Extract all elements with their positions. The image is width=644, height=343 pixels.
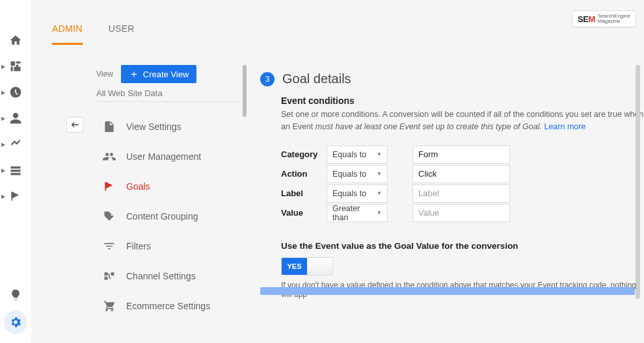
- customization-icon[interactable]: ▶: [0, 53, 31, 79]
- condition-table: Category Equals to▼ Action Equals to▼ La…: [281, 145, 644, 223]
- menu-label: View Settings: [126, 121, 181, 132]
- expand-caret-icon: ▶: [1, 194, 5, 199]
- discover-icon[interactable]: [0, 282, 31, 308]
- goal-details-panel: 3 Goal details Event conditions Set one …: [260, 71, 644, 299]
- condition-operator-select[interactable]: Greater than▼: [327, 204, 388, 222]
- admin-gear-icon[interactable]: [4, 311, 27, 334]
- condition-operator-select[interactable]: Equals to▼: [327, 146, 388, 164]
- menu-content-grouping[interactable]: Content Grouping: [103, 201, 239, 231]
- learn-more-link[interactable]: Learn more: [544, 122, 585, 131]
- conversions-icon[interactable]: ▶: [0, 183, 31, 209]
- condition-value-input[interactable]: [412, 146, 510, 164]
- realtime-icon[interactable]: ▶: [0, 79, 31, 105]
- toggle-yes-label: YES: [282, 258, 307, 275]
- expand-caret-icon: ▶: [1, 90, 5, 95]
- event-conditions-heading: Event conditions: [281, 95, 644, 106]
- sem-badge: SEM SearchEngineMagazine: [572, 10, 636, 27]
- use-event-value-heading: Use the Event value as the Goal Value fo…: [281, 241, 644, 251]
- menu-ecommerce-settings[interactable]: Ecommerce Settings: [103, 291, 239, 321]
- condition-value-input[interactable]: [412, 204, 510, 222]
- acquisition-icon[interactable]: ▶: [0, 131, 31, 157]
- menu-label: Ecommerce Settings: [126, 301, 210, 311]
- condition-value-input[interactable]: [412, 184, 510, 203]
- expand-caret-icon: ▶: [1, 168, 5, 173]
- use-event-value-toggle[interactable]: YES: [281, 257, 333, 275]
- chevron-down-icon: ▼: [377, 151, 382, 157]
- left-scrollbar[interactable]: [243, 65, 247, 117]
- view-label: View: [96, 70, 113, 79]
- left-icon-strip: ▶ ▶ ▶ ▶ ▶ ▶: [0, 0, 31, 343]
- divider: [96, 101, 238, 102]
- top-tabs: ADMIN USER: [52, 23, 135, 45]
- menu-view-settings[interactable]: View Settings: [103, 112, 239, 142]
- expand-caret-icon: ▶: [1, 64, 5, 70]
- step-number-badge: 3: [260, 72, 275, 86]
- expand-caret-icon: ▶: [1, 142, 5, 147]
- create-view-label: Create View: [143, 70, 189, 79]
- menu-user-management[interactable]: User Management: [103, 142, 239, 172]
- menu-label: User Management: [126, 151, 201, 162]
- menu-label: Goals: [126, 181, 150, 192]
- condition-row-action: Action Equals to▼: [281, 164, 644, 184]
- view-menu: View Settings User Management Goals Cont…: [103, 112, 239, 321]
- event-conditions-desc: Set one or more conditions. A conversion…: [281, 108, 644, 133]
- horizontal-scrollbar[interactable]: [260, 287, 635, 295]
- expand-caret-icon: ▶: [1, 116, 5, 121]
- condition-row-label: Label Equals to▼: [281, 184, 644, 203]
- right-scrollbar[interactable]: [636, 65, 640, 299]
- menu-goals[interactable]: Goals: [103, 172, 239, 201]
- condition-name: Label: [281, 188, 320, 198]
- menu-filters[interactable]: Filters: [103, 231, 239, 261]
- condition-row-value: Value Greater than▼: [281, 203, 644, 223]
- tab-user[interactable]: USER: [109, 23, 135, 45]
- menu-channel-settings[interactable]: Channel Settings: [103, 261, 239, 291]
- menu-label: Channel Settings: [126, 271, 196, 281]
- condition-operator-select[interactable]: Equals to▼: [327, 184, 388, 203]
- condition-operator-select[interactable]: Equals to▼: [327, 165, 388, 183]
- plus-icon: ＋: [129, 69, 139, 79]
- create-view-button[interactable]: ＋ Create View: [121, 65, 197, 83]
- condition-name: Action: [281, 169, 320, 179]
- condition-row-category: Category Equals to▼: [281, 145, 644, 164]
- toggle-knob: [307, 258, 332, 275]
- condition-name: Category: [281, 149, 320, 159]
- chevron-down-icon: ▼: [377, 171, 382, 177]
- audience-icon[interactable]: ▶: [0, 105, 31, 131]
- behavior-icon[interactable]: ▶: [0, 157, 31, 183]
- menu-label: Content Grouping: [126, 211, 198, 222]
- condition-value-input[interactable]: [412, 165, 510, 183]
- view-selected[interactable]: All Web Site Data: [96, 88, 163, 98]
- back-button[interactable]: [66, 117, 83, 133]
- chevron-down-icon: ▼: [377, 190, 382, 196]
- menu-label: Filters: [126, 241, 151, 251]
- condition-name: Value: [281, 208, 320, 218]
- chevron-down-icon: ▼: [377, 210, 382, 216]
- goal-title: Goal details: [282, 71, 351, 86]
- home-icon[interactable]: [0, 27, 31, 53]
- tab-admin[interactable]: ADMIN: [52, 23, 83, 45]
